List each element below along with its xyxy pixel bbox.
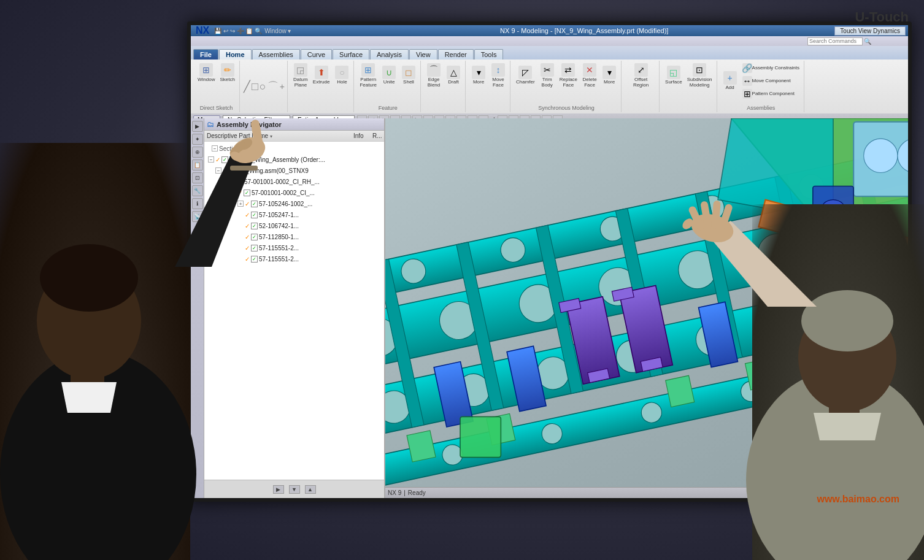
- tab-tools[interactable]: Tools: [474, 49, 504, 59]
- 57-001-l3-toggle[interactable]: −: [230, 190, 236, 196]
- offset-region-button[interactable]: ⤢ OffsetRegion: [631, 62, 650, 90]
- 57-001-l2-checkbox[interactable]: [236, 178, 243, 185]
- subdiv-icon: ⊡: [693, 63, 706, 77]
- draft-button[interactable]: △ Draft: [444, 64, 463, 86]
- col-name-header: Descriptive Part Name ▾: [207, 132, 350, 139]
- side-tool-5[interactable]: ⊡: [192, 172, 203, 183]
- 57-105247-checkbox[interactable]: [251, 212, 258, 218]
- tab-curve[interactable]: Curve: [301, 49, 332, 59]
- assemblies-group-label: Assemblies: [747, 105, 775, 111]
- root-checkbox[interactable]: [221, 156, 228, 163]
- sort-arrow[interactable]: ▾: [270, 134, 272, 139]
- add-button[interactable]: + Add: [721, 70, 739, 92]
- search-icon[interactable]: 🔍: [864, 38, 871, 45]
- 57-001-l2-toggle[interactable]: −: [223, 178, 229, 185]
- more-button[interactable]: ▾ More: [469, 64, 488, 86]
- tab-analysis[interactable]: Analysis: [370, 49, 409, 59]
- toolbar-group-edge: ⌒ EdgeBlend △ Draft: [422, 61, 466, 112]
- replace-face-button[interactable]: ⇄ ReplaceFace: [558, 62, 579, 90]
- tree-item-57-001-l3[interactable]: − ✓ 57-001001-0002_CI_...: [204, 187, 384, 198]
- watermark: www.baimao.com: [817, 494, 899, 505]
- side-tool-2[interactable]: ✦: [192, 134, 203, 145]
- side-tool-1[interactable]: ▶: [192, 121, 203, 132]
- move-component-button[interactable]: ↔ Move Component: [741, 75, 801, 87]
- titlebar-window-menu[interactable]: Window ▾: [264, 28, 291, 34]
- 57-115551-b-label: 57-115551-2...: [259, 256, 361, 263]
- rh-wing-toggle[interactable]: −: [215, 167, 221, 174]
- move-face-button[interactable]: ↕ MoveFace: [489, 62, 507, 90]
- shape-circle-icon[interactable]: ○: [260, 80, 266, 93]
- root-toggle[interactable]: −: [208, 156, 214, 163]
- move-component-label: Move Component: [752, 79, 791, 84]
- surface-button[interactable]: ◱ Surface: [663, 64, 684, 86]
- offset-region-icon: ⤢: [634, 63, 648, 77]
- tab-assemblies[interactable]: Assemblies: [252, 49, 300, 59]
- 57-001-l3-checkbox[interactable]: [244, 190, 250, 196]
- move-face-label: MoveFace: [492, 77, 504, 88]
- pattern-feature-button[interactable]: ⊞ PatternFeature: [358, 62, 379, 90]
- subdiv-label: SubdivisionModeling: [687, 77, 712, 88]
- toolbar-group-sync: ◸ Chamfer ✂ TrimBody ⇄ ReplaceFace ✕ Del…: [512, 61, 622, 112]
- search-input[interactable]: [807, 37, 863, 45]
- delete-face-button[interactable]: ✕ DeleteFace: [580, 62, 599, 90]
- tree-item-57-105246[interactable]: + ✓ 57-105246-1002_...: [204, 198, 384, 209]
- tab-surface[interactable]: Surface: [333, 49, 369, 59]
- chamfer-button[interactable]: ◸ Chamfer: [514, 64, 537, 86]
- add-label: Add: [725, 85, 734, 91]
- person-left-silhouette: [0, 143, 190, 560]
- trim-body-button[interactable]: ✂ TrimBody: [538, 62, 556, 90]
- left-panel-scroll-right[interactable]: ▶: [273, 485, 284, 494]
- shape-arc-icon[interactable]: ⌒: [268, 79, 279, 94]
- 57-115551-b-checkbox[interactable]: [251, 256, 258, 263]
- 57-115551-a-sq: [376, 245, 383, 251]
- tree-item-rh-wing[interactable]: − ✓ RH_Wing.asm(00_STNX9: [204, 165, 384, 176]
- tab-file[interactable]: File: [193, 49, 218, 59]
- side-tool-8[interactable]: 📡: [192, 211, 203, 222]
- sketch-button[interactable]: ✏ Sketch: [218, 62, 236, 84]
- unite-button[interactable]: ∪ Unite: [380, 64, 398, 86]
- shape-line-icon[interactable]: ╱: [244, 80, 250, 93]
- tree-item-57-115551-a[interactable]: ✓ 57-115551-2...: [204, 242, 384, 253]
- 57-115551-a-checkbox[interactable]: [251, 245, 258, 251]
- side-tool-6[interactable]: 🔧: [192, 185, 203, 196]
- tab-view[interactable]: View: [409, 49, 437, 59]
- tree-item-57-115551-b[interactable]: ✓ 57-115551-2...: [204, 253, 384, 264]
- pattern-component-button[interactable]: ⊞ Pattern Component: [741, 88, 801, 100]
- tree-item-root[interactable]: − ✓ NX_9_Wing_Assembly (Order:...: [204, 154, 384, 165]
- left-panel-scroll-up[interactable]: ▲: [305, 485, 316, 494]
- col-r-header: R...: [372, 132, 382, 139]
- toolbar-group-feature: ⊞ PatternFeature ∪ Unite ◻ Shell Feature: [355, 61, 421, 112]
- rh-checkbox[interactable]: [229, 167, 236, 174]
- assembly-constraints-icon: 🔗: [742, 63, 752, 73]
- tree-item-57-112850[interactable]: ✓ 57-112850-1...: [204, 231, 384, 242]
- window-button[interactable]: ⊞ Window: [196, 62, 217, 84]
- side-tool-3[interactable]: ⊕: [192, 147, 203, 158]
- tab-home[interactable]: Home: [219, 49, 252, 59]
- left-panel-scroll-down[interactable]: ▼: [289, 485, 300, 494]
- subdiv-button[interactable]: ⊡ SubdivisionModeling: [685, 62, 714, 90]
- tree-item-52-106742[interactable]: ✓ 52-106742-1...: [204, 220, 384, 231]
- chamfer-icon: ◸: [518, 66, 532, 79]
- 57-112850-checkbox[interactable]: [251, 234, 258, 240]
- sync-more-button[interactable]: ▾ More: [600, 64, 618, 86]
- hole-button[interactable]: ○ Hole: [333, 64, 351, 86]
- assembly-constraints-button[interactable]: 🔗 Assembly Constraints: [741, 62, 801, 74]
- 57-105246-checkbox[interactable]: [251, 201, 258, 207]
- sections-row: − Sections: [204, 143, 384, 154]
- sections-toggle[interactable]: −: [212, 145, 218, 152]
- tree-item-57-105247[interactable]: ✓ 57-105247-1...: [204, 209, 384, 220]
- 52-106742-checkbox[interactable]: [251, 223, 258, 229]
- edge-blend-button[interactable]: ⌒ EdgeBlend: [425, 62, 443, 90]
- 57-105246-toggle[interactable]: +: [237, 201, 244, 207]
- shape-rect-icon[interactable]: □: [252, 80, 258, 93]
- datum-plane-button[interactable]: ◲ DatumPlane: [291, 62, 310, 90]
- sketch-icon: ✏: [221, 63, 234, 77]
- extrude-button[interactable]: ⬆ Extrude: [311, 64, 332, 86]
- shape-plus-icon[interactable]: +: [280, 82, 285, 91]
- datum-plane-icon: ◲: [294, 63, 307, 77]
- side-tool-4[interactable]: 📋: [192, 159, 203, 171]
- tab-render[interactable]: Render: [438, 49, 474, 59]
- tree-item-57-001-l2[interactable]: − ✓ 57-001001-0002_CI_RH_...: [204, 176, 384, 187]
- shell-button[interactable]: ◻ Shell: [399, 64, 418, 86]
- side-tool-7[interactable]: ℹ: [192, 198, 203, 209]
